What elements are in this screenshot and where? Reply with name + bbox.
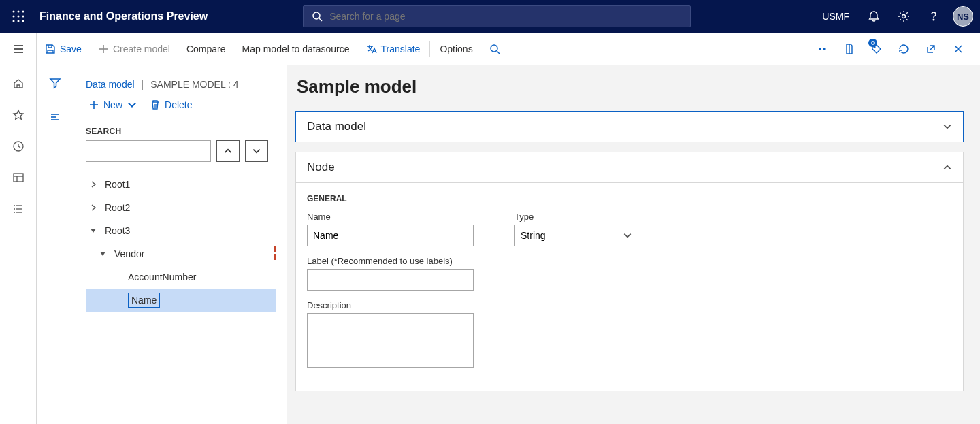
tree-node-accountnumber[interactable]: AccountNumber bbox=[86, 265, 276, 289]
label-field-label: Label (*Recommended to use labels) bbox=[307, 256, 474, 266]
label-field-input[interactable] bbox=[307, 269, 474, 291]
map-model-to-datasource-button[interactable]: Map model to datasource bbox=[234, 33, 358, 65]
breadcrumb-data-model[interactable]: Data model bbox=[86, 79, 135, 90]
tree-node-root1[interactable]: Root1 bbox=[86, 173, 276, 196]
delete-icon bbox=[150, 99, 161, 110]
tree-search-input[interactable] bbox=[86, 140, 211, 162]
description-field-label: Description bbox=[307, 300, 474, 310]
data-model-card-header[interactable]: Data model bbox=[296, 112, 963, 142]
app-launcher-icon[interactable] bbox=[0, 0, 37, 33]
options-button[interactable]: Options bbox=[431, 33, 480, 65]
top-bar: Finance and Operations Preview USMF NS bbox=[0, 0, 980, 33]
help-icon[interactable] bbox=[919, 0, 949, 33]
translate-button[interactable]: Translate bbox=[358, 33, 429, 65]
svg-point-0 bbox=[13, 11, 15, 13]
filter-rail bbox=[37, 65, 74, 424]
drag-handle-icon[interactable] bbox=[274, 246, 276, 260]
top-right-controls: USMF NS bbox=[813, 0, 980, 33]
create-model-button[interactable]: Create model bbox=[90, 33, 178, 65]
app-title: Finance and Operations Preview bbox=[37, 10, 208, 22]
search-prev-button[interactable] bbox=[216, 140, 240, 162]
favorites-icon-button[interactable] bbox=[0, 99, 37, 131]
link-icon-button[interactable] bbox=[808, 33, 836, 65]
document-icon-button[interactable] bbox=[836, 33, 863, 65]
svg-point-11 bbox=[902, 15, 906, 18]
expand-icon[interactable] bbox=[88, 180, 98, 189]
chevron-up-icon bbox=[943, 163, 952, 172]
notifications-icon[interactable] bbox=[859, 0, 889, 33]
tree-node-name[interactable]: Name bbox=[86, 289, 276, 312]
nav-hamburger-icon[interactable] bbox=[0, 33, 37, 65]
svg-point-9 bbox=[313, 12, 320, 19]
tree-node-vendor[interactable]: Vendor bbox=[86, 242, 276, 265]
settings-icon[interactable] bbox=[889, 0, 919, 33]
type-field-select[interactable]: String bbox=[514, 225, 638, 246]
compare-button[interactable]: Compare bbox=[178, 33, 234, 65]
tree-search-row bbox=[86, 140, 276, 162]
save-label: Save bbox=[60, 44, 82, 54]
close-icon-button[interactable] bbox=[945, 33, 972, 65]
svg-point-7 bbox=[18, 20, 20, 22]
svg-point-2 bbox=[22, 11, 24, 13]
node-card-header[interactable]: Node bbox=[296, 152, 963, 182]
search-icon bbox=[489, 44, 500, 54]
name-field-input[interactable] bbox=[307, 225, 474, 246]
translate-icon bbox=[366, 44, 377, 54]
new-node-button[interactable]: New bbox=[88, 99, 137, 110]
delete-node-button[interactable]: Delete bbox=[150, 99, 192, 110]
chevron-down-icon bbox=[127, 99, 137, 110]
tree-node-root3[interactable]: Root3 bbox=[86, 219, 276, 242]
tree-node-root2[interactable]: Root2 bbox=[86, 196, 276, 219]
actionbar-right: 0 bbox=[808, 33, 980, 65]
filter-icon-button[interactable] bbox=[44, 72, 66, 94]
breadcrumb-separator: | bbox=[142, 79, 144, 90]
tag-badge: 0 bbox=[868, 39, 877, 47]
svg-point-8 bbox=[22, 20, 24, 22]
description-field-textarea[interactable] bbox=[307, 313, 474, 368]
navigation-rail bbox=[0, 65, 37, 424]
plus-icon bbox=[88, 99, 99, 110]
type-field-label: Type bbox=[514, 212, 638, 222]
expand-icon[interactable] bbox=[88, 203, 98, 212]
refresh-icon-button[interactable] bbox=[890, 33, 917, 65]
svg-line-19 bbox=[497, 51, 500, 54]
model-tree: Root1 Root2 Root3 Vendor AccountNumber N… bbox=[86, 173, 276, 312]
actionbar-divider bbox=[429, 41, 430, 57]
search-label: SEARCH bbox=[86, 127, 276, 136]
modules-icon-button[interactable] bbox=[0, 193, 37, 225]
search-icon bbox=[312, 11, 323, 22]
collapse-icon[interactable] bbox=[98, 249, 108, 259]
svg-point-1 bbox=[18, 11, 20, 13]
plus-icon bbox=[98, 44, 109, 54]
tag-icon-button[interactable]: 0 bbox=[863, 33, 890, 65]
recent-icon-button[interactable] bbox=[0, 131, 37, 162]
create-model-label: Create model bbox=[113, 44, 170, 54]
collapse-icon[interactable] bbox=[88, 226, 98, 235]
global-search-input[interactable] bbox=[329, 11, 682, 22]
user-avatar[interactable]: NS bbox=[953, 6, 973, 27]
name-field-label: Name bbox=[307, 212, 474, 222]
action-bar: Save Create model Compare Map model to d… bbox=[0, 33, 980, 65]
node-card: Node GENERAL Name Label (*Recommended to… bbox=[295, 152, 964, 391]
node-card-body: GENERAL Name Label (*Recommended to use … bbox=[296, 182, 963, 391]
chevron-down-icon bbox=[623, 231, 632, 240]
svg-line-10 bbox=[319, 18, 322, 21]
data-model-card: Data model bbox=[295, 111, 964, 142]
search-next-button[interactable] bbox=[245, 140, 268, 162]
home-icon-button[interactable] bbox=[0, 68, 37, 99]
translate-label: Translate bbox=[381, 44, 421, 54]
actionbar-search-button[interactable] bbox=[481, 33, 508, 65]
collapse-panel-icon-button[interactable] bbox=[44, 106, 66, 128]
content-area: Sample model Data model Node GENERAL Nam… bbox=[287, 65, 980, 424]
svg-point-3 bbox=[13, 16, 15, 18]
save-button[interactable]: Save bbox=[37, 33, 90, 65]
breadcrumb-current: SAMPLE MODEL : 4 bbox=[150, 79, 238, 90]
general-section-header: GENERAL bbox=[307, 194, 952, 203]
global-search[interactable] bbox=[303, 5, 691, 27]
chevron-down-icon bbox=[943, 122, 952, 131]
workspaces-icon-button[interactable] bbox=[0, 162, 37, 193]
open-new-window-icon-button[interactable] bbox=[917, 33, 945, 65]
breadcrumb: Data model | SAMPLE MODEL : 4 bbox=[86, 79, 276, 90]
company-code[interactable]: USMF bbox=[813, 11, 859, 22]
save-icon bbox=[45, 44, 56, 54]
